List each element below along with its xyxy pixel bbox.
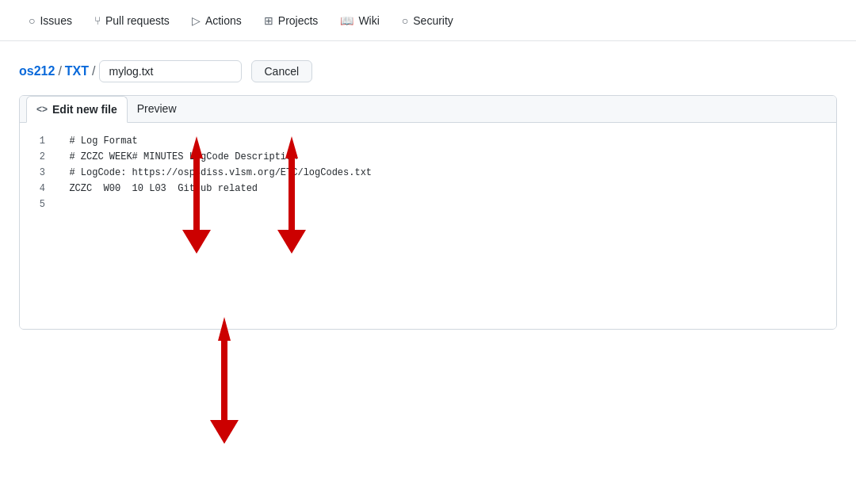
pull-requests-icon: ⑂ <box>94 14 101 27</box>
nav-security-label: Security <box>413 14 453 27</box>
nav-projects-label: Projects <box>278 14 319 27</box>
nav-wiki-label: Wiki <box>358 14 379 27</box>
nav-issues-label: Issues <box>40 14 71 27</box>
wiki-icon: 📖 <box>340 14 353 27</box>
repo-link[interactable]: os212 <box>19 64 55 78</box>
path-separator-1: / <box>58 64 61 78</box>
code-line-4: 4 ZCZC W00 10 L03 GitHub related <box>20 183 836 199</box>
security-icon: ○ <box>402 14 408 27</box>
tab-edit-label: Edit new file <box>52 103 117 116</box>
file-path-row: os212 / TXT / Cancel <box>19 60 837 82</box>
code-line-3: 3 # LogCode: https://osp4diss.vlsm.org/E… <box>20 167 836 183</box>
nav-security[interactable]: ○ Security <box>392 8 463 33</box>
filename-input[interactable] <box>99 60 242 82</box>
edit-icon: <> <box>36 104 48 115</box>
svg-marker-8 <box>210 420 239 444</box>
svg-rect-7 <box>221 341 227 420</box>
editor-container: <> Edit new file Preview 1 # Log Format … <box>19 95 837 330</box>
editor-tabs: <> Edit new file Preview <box>20 96 836 123</box>
nav-actions-label: Actions <box>205 14 242 27</box>
nav-issues[interactable]: ○ Issues <box>19 8 82 33</box>
folder-link[interactable]: TXT <box>65 64 89 78</box>
code-line-2: 2 # ZCZC WEEK# MINUTES LogCode Descripti… <box>20 151 836 167</box>
nav-projects[interactable]: ⊞ Projects <box>254 8 328 33</box>
projects-icon: ⊞ <box>264 14 273 27</box>
line-content-1: # Log Format <box>58 136 836 147</box>
line-content-4: ZCZC W00 10 L03 GitHub related <box>58 183 836 194</box>
line-content-2: # ZCZC WEEK# MINUTES LogCode Description <box>58 151 836 162</box>
nav-wiki[interactable]: 📖 Wiki <box>331 8 388 33</box>
line-number-5: 5 <box>20 199 58 210</box>
cancel-button[interactable]: Cancel <box>251 60 313 82</box>
actions-icon: ▷ <box>192 14 201 27</box>
code-line-5: 5 <box>20 199 836 215</box>
nav-actions[interactable]: ▷ Actions <box>182 8 251 33</box>
main-content: os212 / TXT / Cancel <> Edit new file Pr… <box>0 41 856 349</box>
nav-pull-requests[interactable]: ⑂ Pull requests <box>85 8 179 33</box>
line-number-2: 2 <box>20 151 58 162</box>
editor-body[interactable]: 1 # Log Format 2 # ZCZC WEEK# MINUTES Lo… <box>20 123 836 329</box>
line-number-1: 1 <box>20 136 58 147</box>
path-separator-2: / <box>92 64 95 78</box>
issues-icon: ○ <box>29 14 35 27</box>
top-nav: ○ Issues ⑂ Pull requests ▷ Actions ⊞ Pro… <box>0 0 856 41</box>
tab-edit-new-file[interactable]: <> Edit new file <box>26 96 128 123</box>
tab-preview-label: Preview <box>137 102 177 115</box>
line-number-3: 3 <box>20 167 58 178</box>
page-wrapper: ○ Issues ⑂ Pull requests ▷ Actions ⊞ Pro… <box>0 0 856 504</box>
tab-preview[interactable]: Preview <box>128 96 186 123</box>
code-line-1: 1 # Log Format <box>20 136 836 151</box>
line-content-3: # LogCode: https://osp4diss.vlsm.org/ETC… <box>58 167 836 178</box>
line-number-4: 4 <box>20 183 58 194</box>
nav-pull-requests-label: Pull requests <box>105 14 170 27</box>
